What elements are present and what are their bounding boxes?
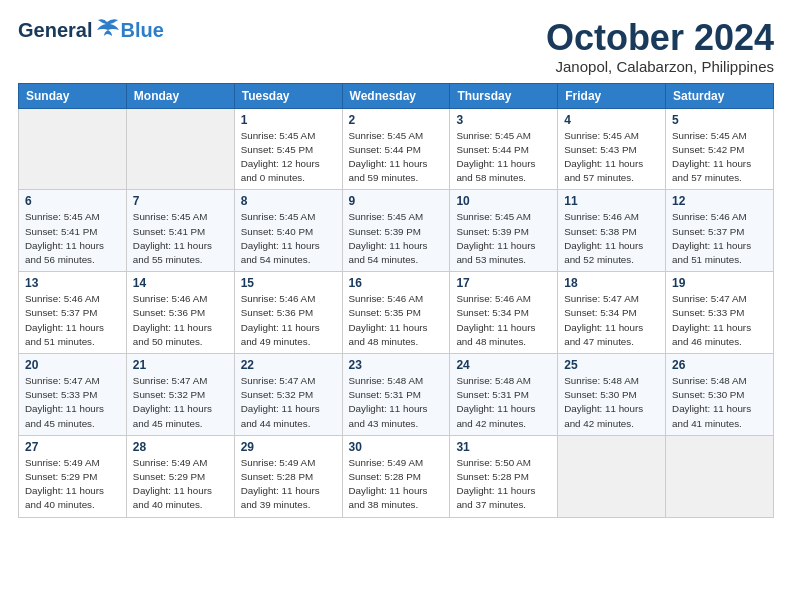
day-cell: 24Sunrise: 5:48 AMSunset: 5:31 PMDayligh… xyxy=(450,354,558,436)
day-number: 20 xyxy=(25,358,120,372)
day-info: Sunrise: 5:45 AMSunset: 5:44 PMDaylight:… xyxy=(349,129,444,186)
day-cell: 30Sunrise: 5:49 AMSunset: 5:28 PMDayligh… xyxy=(342,435,450,517)
day-info: Sunrise: 5:46 AMSunset: 5:36 PMDaylight:… xyxy=(133,292,228,349)
day-number: 11 xyxy=(564,194,659,208)
day-number: 2 xyxy=(349,113,444,127)
day-info: Sunrise: 5:45 AMSunset: 5:41 PMDaylight:… xyxy=(133,210,228,267)
day-cell: 22Sunrise: 5:47 AMSunset: 5:32 PMDayligh… xyxy=(234,354,342,436)
day-cell: 18Sunrise: 5:47 AMSunset: 5:34 PMDayligh… xyxy=(558,272,666,354)
day-cell xyxy=(666,435,774,517)
day-info: Sunrise: 5:49 AMSunset: 5:29 PMDaylight:… xyxy=(133,456,228,513)
month-title: October 2024 xyxy=(546,18,774,58)
day-number: 16 xyxy=(349,276,444,290)
day-number: 9 xyxy=(349,194,444,208)
day-cell: 31Sunrise: 5:50 AMSunset: 5:28 PMDayligh… xyxy=(450,435,558,517)
day-number: 13 xyxy=(25,276,120,290)
day-info: Sunrise: 5:49 AMSunset: 5:28 PMDaylight:… xyxy=(349,456,444,513)
day-cell: 7Sunrise: 5:45 AMSunset: 5:41 PMDaylight… xyxy=(126,190,234,272)
day-info: Sunrise: 5:47 AMSunset: 5:33 PMDaylight:… xyxy=(672,292,767,349)
day-info: Sunrise: 5:49 AMSunset: 5:28 PMDaylight:… xyxy=(241,456,336,513)
page: General Blue October 2024 Janopol, Calab… xyxy=(0,0,792,612)
day-info: Sunrise: 5:49 AMSunset: 5:29 PMDaylight:… xyxy=(25,456,120,513)
week-row: 13Sunrise: 5:46 AMSunset: 5:37 PMDayligh… xyxy=(19,272,774,354)
week-row: 1Sunrise: 5:45 AMSunset: 5:45 PMDaylight… xyxy=(19,108,774,190)
day-info: Sunrise: 5:45 AMSunset: 5:39 PMDaylight:… xyxy=(349,210,444,267)
location-title: Janopol, Calabarzon, Philippines xyxy=(546,58,774,75)
day-number: 7 xyxy=(133,194,228,208)
week-row: 20Sunrise: 5:47 AMSunset: 5:33 PMDayligh… xyxy=(19,354,774,436)
day-info: Sunrise: 5:46 AMSunset: 5:35 PMDaylight:… xyxy=(349,292,444,349)
day-number: 8 xyxy=(241,194,336,208)
day-number: 5 xyxy=(672,113,767,127)
logo-general: General xyxy=(18,19,92,42)
day-cell xyxy=(558,435,666,517)
day-cell: 19Sunrise: 5:47 AMSunset: 5:33 PMDayligh… xyxy=(666,272,774,354)
day-number: 25 xyxy=(564,358,659,372)
day-number: 30 xyxy=(349,440,444,454)
day-cell: 13Sunrise: 5:46 AMSunset: 5:37 PMDayligh… xyxy=(19,272,127,354)
day-number: 29 xyxy=(241,440,336,454)
day-info: Sunrise: 5:47 AMSunset: 5:32 PMDaylight:… xyxy=(133,374,228,431)
column-header-thursday: Thursday xyxy=(450,83,558,108)
day-number: 6 xyxy=(25,194,120,208)
day-cell: 1Sunrise: 5:45 AMSunset: 5:45 PMDaylight… xyxy=(234,108,342,190)
header: General Blue October 2024 Janopol, Calab… xyxy=(18,18,774,75)
day-number: 28 xyxy=(133,440,228,454)
day-cell: 5Sunrise: 5:45 AMSunset: 5:42 PMDaylight… xyxy=(666,108,774,190)
day-info: Sunrise: 5:46 AMSunset: 5:36 PMDaylight:… xyxy=(241,292,336,349)
day-cell: 11Sunrise: 5:46 AMSunset: 5:38 PMDayligh… xyxy=(558,190,666,272)
day-number: 17 xyxy=(456,276,551,290)
day-info: Sunrise: 5:46 AMSunset: 5:37 PMDaylight:… xyxy=(672,210,767,267)
calendar-table: SundayMondayTuesdayWednesdayThursdayFrid… xyxy=(18,83,774,518)
day-number: 12 xyxy=(672,194,767,208)
day-cell: 3Sunrise: 5:45 AMSunset: 5:44 PMDaylight… xyxy=(450,108,558,190)
day-number: 31 xyxy=(456,440,551,454)
day-info: Sunrise: 5:47 AMSunset: 5:34 PMDaylight:… xyxy=(564,292,659,349)
day-cell xyxy=(19,108,127,190)
column-header-wednesday: Wednesday xyxy=(342,83,450,108)
day-number: 18 xyxy=(564,276,659,290)
day-cell: 9Sunrise: 5:45 AMSunset: 5:39 PMDaylight… xyxy=(342,190,450,272)
day-info: Sunrise: 5:48 AMSunset: 5:31 PMDaylight:… xyxy=(349,374,444,431)
day-number: 3 xyxy=(456,113,551,127)
day-number: 1 xyxy=(241,113,336,127)
day-cell: 14Sunrise: 5:46 AMSunset: 5:36 PMDayligh… xyxy=(126,272,234,354)
day-info: Sunrise: 5:45 AMSunset: 5:44 PMDaylight:… xyxy=(456,129,551,186)
day-cell: 16Sunrise: 5:46 AMSunset: 5:35 PMDayligh… xyxy=(342,272,450,354)
day-info: Sunrise: 5:45 AMSunset: 5:45 PMDaylight:… xyxy=(241,129,336,186)
day-number: 22 xyxy=(241,358,336,372)
day-cell: 8Sunrise: 5:45 AMSunset: 5:40 PMDaylight… xyxy=(234,190,342,272)
day-info: Sunrise: 5:48 AMSunset: 5:30 PMDaylight:… xyxy=(672,374,767,431)
column-header-tuesday: Tuesday xyxy=(234,83,342,108)
title-block: October 2024 Janopol, Calabarzon, Philip… xyxy=(546,18,774,75)
day-cell: 26Sunrise: 5:48 AMSunset: 5:30 PMDayligh… xyxy=(666,354,774,436)
column-header-monday: Monday xyxy=(126,83,234,108)
day-info: Sunrise: 5:48 AMSunset: 5:31 PMDaylight:… xyxy=(456,374,551,431)
week-row: 27Sunrise: 5:49 AMSunset: 5:29 PMDayligh… xyxy=(19,435,774,517)
day-cell: 6Sunrise: 5:45 AMSunset: 5:41 PMDaylight… xyxy=(19,190,127,272)
day-info: Sunrise: 5:45 AMSunset: 5:40 PMDaylight:… xyxy=(241,210,336,267)
column-header-friday: Friday xyxy=(558,83,666,108)
day-number: 26 xyxy=(672,358,767,372)
day-cell xyxy=(126,108,234,190)
day-cell: 12Sunrise: 5:46 AMSunset: 5:37 PMDayligh… xyxy=(666,190,774,272)
week-row: 6Sunrise: 5:45 AMSunset: 5:41 PMDaylight… xyxy=(19,190,774,272)
day-number: 19 xyxy=(672,276,767,290)
day-info: Sunrise: 5:45 AMSunset: 5:42 PMDaylight:… xyxy=(672,129,767,186)
day-number: 27 xyxy=(25,440,120,454)
day-cell: 28Sunrise: 5:49 AMSunset: 5:29 PMDayligh… xyxy=(126,435,234,517)
day-number: 23 xyxy=(349,358,444,372)
day-cell: 2Sunrise: 5:45 AMSunset: 5:44 PMDaylight… xyxy=(342,108,450,190)
day-info: Sunrise: 5:46 AMSunset: 5:38 PMDaylight:… xyxy=(564,210,659,267)
logo-blue: Blue xyxy=(120,19,163,42)
column-header-saturday: Saturday xyxy=(666,83,774,108)
header-row: SundayMondayTuesdayWednesdayThursdayFrid… xyxy=(19,83,774,108)
column-header-sunday: Sunday xyxy=(19,83,127,108)
day-cell: 25Sunrise: 5:48 AMSunset: 5:30 PMDayligh… xyxy=(558,354,666,436)
day-info: Sunrise: 5:50 AMSunset: 5:28 PMDaylight:… xyxy=(456,456,551,513)
day-info: Sunrise: 5:46 AMSunset: 5:37 PMDaylight:… xyxy=(25,292,120,349)
day-info: Sunrise: 5:45 AMSunset: 5:43 PMDaylight:… xyxy=(564,129,659,186)
day-cell: 4Sunrise: 5:45 AMSunset: 5:43 PMDaylight… xyxy=(558,108,666,190)
day-cell: 17Sunrise: 5:46 AMSunset: 5:34 PMDayligh… xyxy=(450,272,558,354)
day-number: 14 xyxy=(133,276,228,290)
